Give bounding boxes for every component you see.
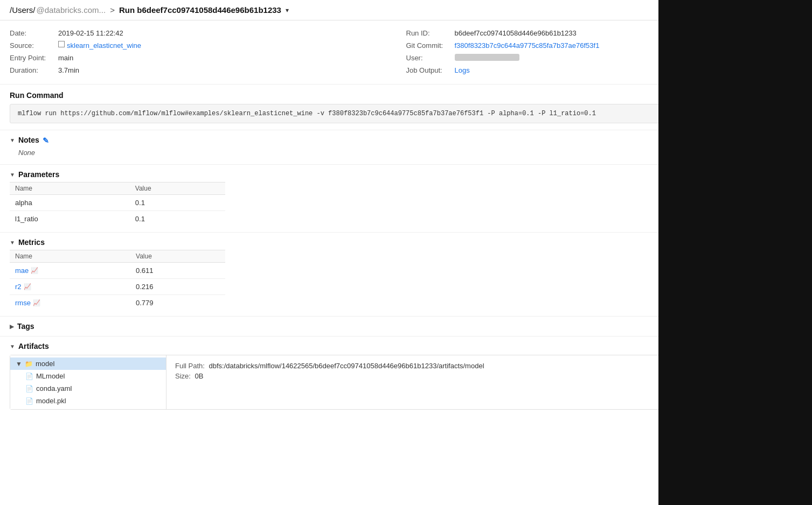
artifacts-collapse-arrow: ▼ bbox=[10, 343, 15, 349]
metrics-collapse-arrow: ▼ bbox=[10, 240, 15, 246]
breadcrumb-username: @databricks.com... bbox=[37, 5, 106, 15]
metadata-left: Date: 2019-02-15 11:22:42 Source: sklear… bbox=[10, 29, 406, 79]
artifact-item-modelpkl[interactable]: 📄 model.pkl bbox=[10, 395, 166, 407]
metric-name[interactable]: r2 📈 bbox=[10, 279, 130, 295]
metrics-table: Name Value mae 📈 0.611 r2 📈 0.216 bbox=[10, 250, 225, 311]
right-panel bbox=[658, 0, 812, 505]
full-path-value: dbfs:/databricks/mlflow/14622565/b6deef7… bbox=[209, 362, 484, 370]
chart-icon: 📈 bbox=[24, 283, 31, 290]
file-icon-modelpkl: 📄 bbox=[25, 397, 33, 405]
metrics-title: Metrics bbox=[18, 238, 45, 247]
metric-value: 0.611 bbox=[130, 263, 225, 279]
metric-value: 0.216 bbox=[130, 279, 225, 295]
job-output-label: Job Output: bbox=[406, 66, 455, 74]
source-file-icon bbox=[58, 41, 65, 47]
source-row: Source: sklearn_elasticnet_wine bbox=[10, 41, 406, 50]
git-commit-link[interactable]: f380f8323b7c9c644a9775c85fa7b37ae76f53f1 bbox=[455, 41, 600, 50]
metric-link: mae 📈 bbox=[15, 266, 125, 275]
table-row: mae 📈 0.611 bbox=[10, 263, 225, 279]
artifact-item-conda[interactable]: 📄 conda.yaml bbox=[10, 382, 166, 395]
metric-link: r2 📈 bbox=[15, 283, 125, 291]
parameters-col-value: Value bbox=[130, 183, 225, 195]
duration-value: 3.7min bbox=[58, 66, 79, 74]
logs-link[interactable]: Logs bbox=[455, 66, 470, 74]
breadcrumb-run[interactable]: Run b6deef7cc09741058d446e96b61b1233 bbox=[119, 5, 281, 15]
entry-point-value: main bbox=[58, 54, 73, 62]
user-value bbox=[455, 54, 519, 61]
metric-name[interactable]: rmse 📈 bbox=[10, 295, 130, 311]
notes-title: Notes bbox=[18, 136, 39, 144]
artifact-item-model[interactable]: ▼ 📁 model bbox=[10, 357, 166, 370]
param-name: alpha bbox=[10, 195, 130, 211]
artifact-mlmodel-name: MLmodel bbox=[36, 372, 65, 380]
chart-icon: 📈 bbox=[33, 299, 40, 306]
breadcrumb-dropdown-icon[interactable]: ▾ bbox=[286, 6, 289, 14]
notes-collapse-arrow: ▼ bbox=[10, 137, 15, 143]
table-row: r2 📈 0.216 bbox=[10, 279, 225, 295]
user-label: User: bbox=[406, 54, 455, 62]
metric-value: 0.779 bbox=[130, 295, 225, 311]
parameters-collapse-arrow: ▼ bbox=[10, 172, 15, 178]
size-label: Size: bbox=[175, 372, 191, 380]
table-row: alpha 0.1 bbox=[10, 195, 225, 211]
date-value: 2019-02-15 11:22:42 bbox=[58, 29, 123, 37]
duration-row: Duration: 3.7min bbox=[10, 66, 406, 74]
param-name: l1_ratio bbox=[10, 211, 130, 227]
size-value: 0B bbox=[195, 372, 204, 380]
artifact-conda-name: conda.yaml bbox=[36, 384, 72, 392]
metrics-col-name: Name bbox=[10, 250, 130, 263]
entry-point-label: Entry Point: bbox=[10, 54, 58, 62]
param-value: 0.1 bbox=[130, 195, 225, 211]
tags-title: Tags bbox=[17, 322, 34, 331]
parameters-table: Name Value alpha 0.1 l1_ratio 0.1 bbox=[10, 182, 225, 227]
file-icon-mlmodel: 📄 bbox=[25, 373, 33, 380]
metrics-col-value: Value bbox=[130, 250, 225, 263]
parameters-title: Parameters bbox=[18, 170, 59, 179]
file-icon-conda: 📄 bbox=[25, 385, 33, 392]
artifact-item-mlmodel[interactable]: 📄 MLmodel bbox=[10, 370, 166, 382]
full-path-label: Full Path: bbox=[175, 362, 205, 370]
table-row: rmse 📈 0.779 bbox=[10, 295, 225, 311]
folder-icon: 📁 bbox=[25, 360, 33, 368]
date-label: Date: bbox=[10, 29, 58, 37]
artifacts-tree: ▼ 📁 model 📄 MLmodel 📄 conda.yaml 📄 model… bbox=[10, 355, 166, 409]
param-value: 0.1 bbox=[130, 211, 225, 227]
run-id-label: Run ID: bbox=[406, 29, 455, 37]
metric-link: rmse 📈 bbox=[15, 299, 125, 307]
run-id-value: b6deef7cc09741058d446e96b61b1233 bbox=[455, 29, 577, 37]
notes-edit-icon[interactable]: ✎ bbox=[43, 136, 50, 144]
git-commit-label: Git Commit: bbox=[406, 41, 455, 50]
chart-icon: 📈 bbox=[31, 267, 38, 274]
parameters-col-name: Name bbox=[10, 183, 130, 195]
artifacts-title: Artifacts bbox=[18, 342, 49, 350]
source-label: Source: bbox=[10, 41, 58, 50]
artifact-modelpkl-name: model.pkl bbox=[36, 397, 66, 405]
duration-label: Duration: bbox=[10, 66, 58, 74]
folder-expand-icon: ▼ bbox=[16, 360, 22, 368]
artifact-model-name: model bbox=[36, 360, 54, 368]
date-row: Date: 2019-02-15 11:22:42 bbox=[10, 29, 406, 37]
metric-name[interactable]: mae 📈 bbox=[10, 263, 130, 279]
table-row: l1_ratio 0.1 bbox=[10, 211, 225, 227]
entry-point-row: Entry Point: main bbox=[10, 54, 406, 62]
source-link[interactable]: sklearn_elasticnet_wine bbox=[67, 41, 141, 50]
breadcrumb-separator: > bbox=[110, 5, 115, 15]
breadcrumb-path: /Users/ bbox=[10, 5, 36, 15]
tags-expand-arrow: ▶ bbox=[10, 324, 14, 329]
